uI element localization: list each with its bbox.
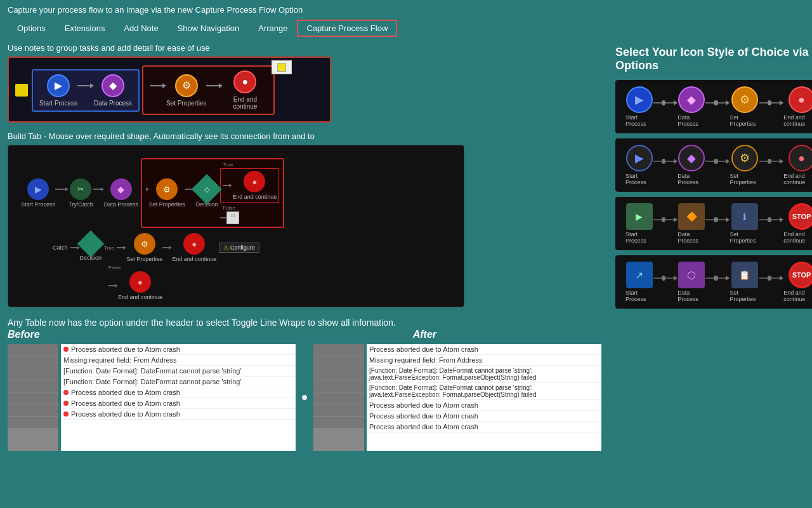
set-icon: ⚙ [175,74,198,97]
s1-end-label: End and continue [783,114,812,127]
build-end-bottom-label: End and continue [172,256,216,262]
icon-style-4: ↗ Start Process ⬡ Data Process 📋 Set Pro… [615,255,812,309]
build-end-top-icon: ● [244,171,265,192]
build-decision-bottom[interactable]: Decision [80,234,102,261]
build-end-top[interactable]: ● End and continue [232,171,277,200]
before-row-1: Missing required field: From Address [61,355,296,366]
after-row-2: [Function: Date Format]: DateFormat cann… [367,366,601,383]
s4-set-icon: 📋 [731,262,758,288]
build-start-icon: ▶ [27,178,49,200]
icon-style-2: ▶ Start Process ◆ Data Process ⚙ Set Pro… [615,138,812,192]
build-set-label: Set Properties [149,201,185,208]
separator [298,344,311,451]
icon-style-1: ▶ Start Process ◆ Data Process ⚙ Set Pro… [615,80,812,133]
end-label: End and continue [223,96,267,110]
menu-extensions[interactable]: Extensions [55,20,115,37]
after-row-0: Process aborted due to Atom crash [367,344,601,355]
s1-set-label: Set Properties [730,114,759,127]
build-set-bottom[interactable]: ⚙ Set Properties [126,233,162,262]
s1-start-label: Start Process [625,114,653,127]
build-end-false[interactable]: ● End and continue [118,271,162,300]
flow-node-data[interactable]: ◆ Data Process [94,74,132,107]
banner-text: Capture your process flow to an image vi… [8,5,804,15]
flow-node-set[interactable]: ⚙ Set Properties [166,74,206,107]
before-row-5: Process aborted due to Atom crash [61,398,296,409]
build-end-false-label: End and continue [118,294,162,300]
s2-start-icon: ▶ [626,145,653,171]
selected-region: ⚙ Set Properties ◇ Decision [141,158,285,228]
before-row-4: Process aborted due to Atom crash [61,387,296,398]
build-decision-top[interactable]: ◇ Decision [196,178,218,208]
build-set-icon: ⚙ [156,178,178,200]
flow-node-start[interactable]: ▶ Start Process [39,74,77,107]
after-row-5: Process aborted due to Atom crash [367,411,601,422]
set-label: Set Properties [166,100,206,107]
build-set[interactable]: ⚙ Set Properties [149,178,185,208]
toggle-label: Any Table now has the option under the h… [8,318,601,328]
s1-end-icon: ● [789,86,812,113]
before-left-col [8,344,58,451]
before-row-0: Process aborted due to Atom crash [61,344,296,355]
s1-set-icon: ⚙ [731,86,758,113]
after-row-1: Missing required field: From Address [367,355,601,366]
s3-set-icon: ℹ [731,203,758,230]
build-end-bottom[interactable]: ● End and continue [172,233,216,262]
connector-2 [150,85,162,86]
menu-options[interactable]: Options [8,20,55,37]
build-end-false-icon: ● [129,271,151,293]
s1-data-icon: ◆ [678,86,705,113]
connector-3 [206,85,219,86]
build-data-label: Data Process [104,201,138,208]
menu-arrange[interactable]: Arrange [249,20,297,37]
build-trycatch-label: Try/Catch [69,201,93,208]
note-indicator [15,84,28,97]
build-set-bottom-label: Set Properties [126,256,162,262]
before-row-3: [Function: Date Format]: DateFormat cann… [61,377,296,387]
menu-bar: Options Extensions Add Note Show Navigat… [8,20,804,37]
s2-data-icon: ◆ [678,145,705,171]
build-start[interactable]: ▶ Start Process [21,178,55,208]
b-conn1 [55,189,65,190]
before-row-6: Process aborted due to Atom crash [61,409,296,420]
s2-end-icon: ● [789,145,812,171]
connector-box[interactable]: □ [226,211,239,224]
build-end-bottom-icon: ● [183,233,205,255]
s4-end-icon: STOP [789,262,812,288]
after-label: After [413,329,436,340]
start-label: Start Process [39,100,77,107]
s4-start-icon: ↗ [626,262,653,288]
menu-show-navigation[interactable]: Show Navigation [168,20,249,37]
before-table: Process aborted due to Atom crash Missin… [61,344,296,451]
build-trycatch-icon: ✂ [70,178,91,200]
start-icon: ▶ [47,74,70,97]
after-row-6: Process aborted due to Atom crash [367,422,601,432]
build-end-top-label: End and continue [232,194,277,200]
menu-add-note[interactable]: Add Note [114,20,167,37]
build-decision-icon: ◇ [192,174,222,204]
before-label: Before [8,329,40,340]
s2-set-icon: ⚙ [731,145,758,171]
after-row-3: [Function: Date Format]: DateFormat cann… [367,383,601,400]
build-data-icon: ◆ [110,178,132,200]
s1-data-label: Data Process [678,114,705,127]
after-table: Process aborted due to Atom crash Missin… [367,344,601,451]
build-decision-bottom-icon [77,231,104,257]
section1-label: Use notes to group tasks and add detail … [8,43,601,53]
after-row-4: Process aborted due to Atom crash [367,400,601,411]
flow-node-end[interactable]: ● End and continue [223,70,267,110]
build-start-label: Start Process [21,201,55,208]
before-row-2: [Function: Date Format]: DateFormat cann… [61,366,296,377]
icon-style-3: ▶ Start Process 🔶 Data Process ℹ Set Pro… [615,197,812,250]
build-data[interactable]: ◆ Data Process [104,178,138,208]
data-label: Data Process [94,100,132,107]
connector-1 [77,85,90,86]
data-icon: ◆ [102,74,124,97]
after-left-col [313,344,364,451]
section2-label: Build Tab - Mouse over required shape, A… [8,131,601,141]
configure-tooltip: ⚠ Configure [219,243,259,253]
menu-capture-process-flow[interactable]: Capture Process Flow [297,20,397,37]
s3-end-icon: STOP [789,203,812,230]
s3-start-icon: ▶ [626,203,653,230]
right-panel-title: Select Your Icon Style of Choice via Opt… [615,46,812,72]
build-trycatch[interactable]: ✂ Try/Catch [69,178,93,208]
